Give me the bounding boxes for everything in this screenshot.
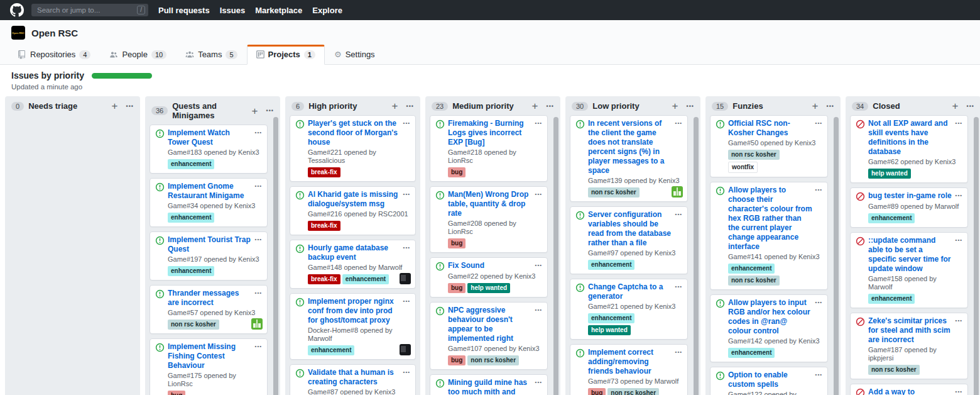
issue-card[interactable]: Implement proper nginx conf from dev int… (290, 293, 416, 360)
issue-card[interactable]: Validate that a human is creating charac… (290, 364, 416, 395)
issue-card[interactable]: Implement Missing Fishing Contest Behavi… (150, 338, 268, 395)
issue-title-link[interactable]: Fix Sound (448, 261, 532, 270)
add-card-button[interactable]: + (532, 102, 538, 110)
issue-card[interactable]: Thrander messages are incorrect•••Game#5… (150, 285, 268, 334)
issue-title-link[interactable]: Change Captcha to a generator (588, 282, 672, 301)
card-menu-button[interactable]: ••• (255, 236, 262, 242)
issue-card[interactable]: Al Kharid gate is missing dialogue/syste… (290, 186, 416, 235)
column-menu-button[interactable]: ••• (547, 103, 554, 109)
card-menu-button[interactable]: ••• (815, 187, 822, 192)
issue-title-link[interactable]: Implement correct adding/removing friend… (588, 348, 672, 376)
card-menu-button[interactable]: ••• (675, 284, 682, 289)
issue-title-link[interactable]: Player's get stuck on the second floor o… (308, 119, 400, 147)
add-card-button[interactable]: + (952, 102, 959, 110)
issue-card[interactable]: Not all EXP award and skill events have … (850, 115, 968, 183)
issue-card[interactable]: Implement Gnome Restaurant Minigame•••Ga… (150, 178, 268, 227)
card-menu-button[interactable]: ••• (255, 183, 262, 189)
card-menu-button[interactable]: ••• (535, 191, 542, 197)
card-menu-button[interactable]: ••• (535, 120, 542, 126)
issue-card[interactable]: Zeke's scimitar prices for steel and mit… (850, 313, 968, 379)
issue-card[interactable]: Man(Men) Wrong Drop table, quantity & dr… (430, 186, 548, 253)
issue-title-link[interactable]: Implement Tourist Trap Quest (168, 235, 252, 254)
card-menu-button[interactable]: ••• (675, 120, 682, 126)
issue-card[interactable]: Official RSC non-Kosher Changes•••Game#5… (710, 115, 828, 177)
issue-title-link[interactable]: Official RSC non-Kosher Changes (728, 119, 812, 138)
issue-title-link[interactable]: Mining guild mine has too much mith and … (448, 378, 532, 395)
card-menu-button[interactable]: ••• (255, 130, 262, 135)
card-menu-button[interactable]: ••• (403, 298, 410, 304)
card-menu-button[interactable]: ••• (956, 237, 962, 243)
nav-link-issues[interactable]: Issues (220, 6, 245, 15)
issue-title-link[interactable]: ::update command able to be set a specif… (868, 236, 952, 274)
tab-teams[interactable]: Teams5 (176, 45, 246, 65)
add-card-button[interactable]: + (672, 102, 678, 110)
card-menu-button[interactable]: ••• (255, 343, 262, 349)
nav-link-marketplace[interactable]: Marketplace (255, 6, 302, 15)
column-menu-button[interactable]: ••• (827, 103, 834, 109)
add-card-button[interactable]: + (112, 102, 118, 110)
card-menu-button[interactable]: ••• (403, 369, 410, 375)
issue-card[interactable]: ::update command able to be set a specif… (850, 232, 968, 308)
issue-title-link[interactable]: Implement proper nginx conf from dev int… (308, 297, 400, 325)
card-menu-button[interactable]: ••• (675, 349, 682, 355)
issue-card[interactable]: Add a way to differentiate between dev a… (850, 384, 968, 395)
column-scrollbar[interactable] (974, 117, 979, 395)
issue-card[interactable]: Firemaking - Burning Logs gives incorrec… (430, 115, 548, 182)
card-menu-button[interactable]: ••• (403, 120, 410, 126)
issue-title-link[interactable]: Option to enable custom spells (728, 370, 812, 389)
card-menu-button[interactable]: ••• (815, 120, 822, 126)
issue-title-link[interactable]: Not all EXP award and skill events have … (868, 119, 952, 157)
add-card-button[interactable]: + (252, 107, 258, 115)
issue-title-link[interactable]: Implement Watch Tower Quest (168, 128, 252, 147)
issue-title-link[interactable]: bug tester in-game role (868, 191, 952, 201)
column-scrollbar[interactable] (694, 117, 699, 395)
card-menu-button[interactable]: ••• (956, 318, 962, 323)
card-menu-button[interactable]: ••• (535, 262, 542, 268)
column-menu-button[interactable]: ••• (406, 103, 414, 109)
issue-title-link[interactable]: Allow players to choose their character'… (728, 186, 812, 252)
tab-repositories[interactable]: Repositories4 (9, 45, 100, 65)
issue-card[interactable]: Hourly game database backup event•••Game… (290, 240, 416, 289)
issue-card[interactable]: Mining guild mine has too much mith and … (430, 374, 548, 395)
card-menu-button[interactable]: ••• (255, 290, 262, 296)
issue-card[interactable]: Implement Watch Tower Quest•••Game#183 o… (150, 125, 268, 174)
issue-card[interactable]: Allow players to choose their character'… (710, 182, 828, 290)
column-menu-button[interactable]: ••• (126, 103, 134, 109)
card-menu-button[interactable]: ••• (815, 299, 822, 305)
column-menu-button[interactable]: ••• (266, 108, 274, 114)
column-scrollbar[interactable] (273, 117, 278, 395)
issue-card[interactable]: Implement correct adding/removing friend… (570, 344, 688, 395)
issue-title-link[interactable]: Validate that a human is creating charac… (308, 368, 400, 387)
issue-card[interactable]: In recent versions of the client the gam… (570, 115, 688, 202)
nav-link-pull-requests[interactable]: Pull requests (158, 6, 210, 15)
issue-card[interactable]: Server configuration variables should be… (570, 206, 688, 274)
issue-card[interactable]: Option to enable custom spells•••Game#12… (710, 367, 828, 395)
tab-people[interactable]: People10 (100, 45, 176, 65)
card-menu-button[interactable]: ••• (956, 120, 962, 126)
issue-title-link[interactable]: Implement Missing Fishing Contest Behavi… (168, 342, 252, 370)
column-scrollbar[interactable] (834, 117, 839, 395)
tab-settings[interactable]: ⚙Settings (325, 45, 384, 65)
issue-card[interactable]: Implement Tourist Trap Quest•••Game#197 … (150, 231, 268, 281)
card-menu-button[interactable]: ••• (535, 379, 542, 385)
search-input[interactable] (36, 6, 137, 14)
issue-card[interactable]: Fix Sound•••Game#22 opened by Kenix3bugh… (430, 257, 548, 298)
issue-title-link[interactable]: NPC aggressive behaviour doesn't appear … (448, 306, 532, 343)
card-menu-button[interactable]: ••• (403, 191, 410, 197)
column-scrollbar[interactable] (553, 117, 558, 395)
card-menu-button[interactable]: ••• (956, 192, 962, 198)
tab-projects[interactable]: Projects1 (247, 45, 325, 65)
card-menu-button[interactable]: ••• (815, 372, 822, 377)
card-menu-button[interactable]: ••• (403, 245, 410, 250)
issue-title-link[interactable]: Server configuration variables should be… (588, 210, 672, 248)
issue-title-link[interactable]: Zeke's scimitar prices for steel and mit… (868, 316, 952, 345)
add-card-button[interactable]: + (392, 102, 398, 110)
card-menu-button[interactable]: ••• (535, 307, 542, 313)
issue-title-link[interactable]: Thrander messages are incorrect (168, 289, 252, 308)
issue-title-link[interactable]: Man(Men) Wrong Drop table, quantity & dr… (448, 190, 532, 218)
issue-title-link[interactable]: In recent versions of the client the gam… (588, 119, 672, 175)
card-menu-button[interactable]: ••• (956, 389, 962, 394)
card-menu-button[interactable]: ••• (675, 211, 682, 217)
issue-card[interactable]: Allow players to input RGB and/or hex co… (710, 294, 828, 362)
column-menu-button[interactable]: ••• (687, 103, 694, 109)
